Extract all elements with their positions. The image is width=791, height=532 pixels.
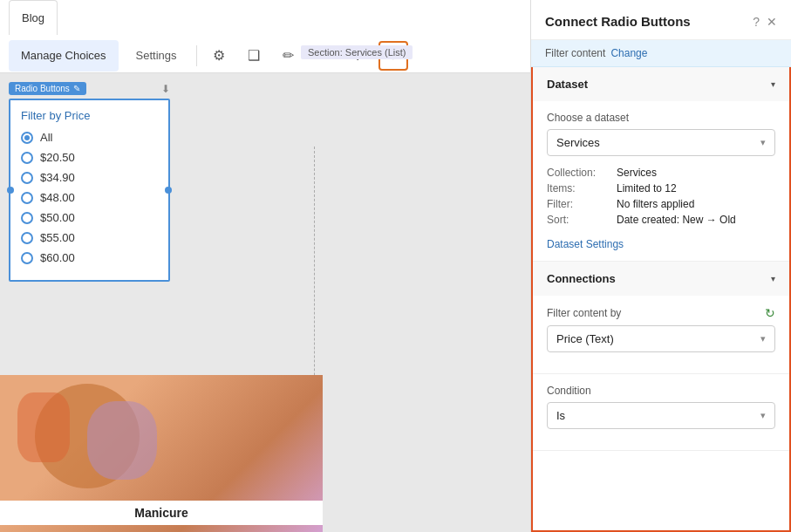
- radio-circle-6: [21, 252, 33, 264]
- condition-section: Condition Is ▾: [533, 374, 789, 451]
- settings-tab[interactable]: Settings: [124, 40, 189, 72]
- condition-dropdown[interactable]: Is ▾: [547, 402, 775, 429]
- dataset-dropdown-chevron-icon: ▾: [760, 137, 766, 148]
- radio-label-5: $55.00: [40, 231, 75, 244]
- radio-label-6: $60.00: [40, 251, 75, 264]
- radio-item-3[interactable]: $48.00: [21, 191, 158, 204]
- condition-label: Condition: [547, 385, 775, 397]
- condition-selected: Is: [556, 409, 565, 422]
- radio-circle-4: [21, 212, 33, 224]
- toolbar-divider-1: [196, 45, 197, 66]
- radio-item-4[interactable]: $50.00: [21, 211, 158, 224]
- sort-val: Date created: New → Old: [617, 214, 775, 226]
- radio-widget-label-bar: Radio Buttons ✎ ⬇: [9, 82, 170, 95]
- radio-circle-5: [21, 232, 33, 244]
- radio-widget-wrapper: Radio Buttons ✎ ⬇ Filter by Price All $2…: [9, 82, 170, 282]
- settings-label: Settings: [136, 49, 177, 62]
- radio-item-1[interactable]: $20.50: [21, 151, 158, 164]
- canvas-area: Blog Manage Choices Settings ⚙ ❑ ✏ ↩ ? ↺…: [0, 0, 530, 532]
- pen-icon: ✏: [283, 47, 294, 64]
- gear-button[interactable]: ⚙: [204, 41, 234, 71]
- dataset-selected-value: Services: [556, 136, 600, 149]
- radio-circle-3: [21, 192, 33, 204]
- collection-key: Collection:: [547, 167, 617, 179]
- section-label: Section: Services (List): [301, 45, 413, 59]
- connections-section-header[interactable]: Connections ▾: [533, 262, 789, 296]
- toolbar: Blog Manage Choices Settings ⚙ ❑ ✏ ↩ ? ↺…: [0, 0, 530, 73]
- radio-label-all: All: [40, 131, 52, 144]
- items-key: Items:: [547, 182, 617, 194]
- radio-badge: Radio Buttons ✎: [9, 82, 86, 95]
- filter-by-dropdown[interactable]: Price (Text) ▾: [547, 325, 775, 352]
- panel-header-icons: ? ✕: [753, 15, 777, 29]
- radio-circle-1: [21, 152, 33, 164]
- dataset-section-body: Choose a dataset Services ▾ Collection: …: [533, 101, 789, 261]
- radio-item-all[interactable]: All: [21, 131, 158, 144]
- layers-button[interactable]: ❑: [239, 41, 269, 71]
- choose-dataset-label: Choose a dataset: [547, 112, 775, 124]
- dataset-settings-link[interactable]: Dataset Settings: [547, 238, 624, 250]
- manage-choices-label: Manage Choices: [21, 49, 106, 62]
- refresh-connections-icon[interactable]: ↻: [765, 306, 775, 320]
- close-panel-icon[interactable]: ✕: [767, 15, 777, 29]
- blog-label: Blog: [22, 11, 44, 24]
- dataset-section-title: Dataset: [547, 78, 588, 91]
- filter-key: Filter:: [547, 198, 617, 210]
- radio-label-3: $48.00: [40, 191, 75, 204]
- filter-by-chevron-icon: ▾: [760, 333, 766, 344]
- filter-content-bar: Filter content Change: [531, 40, 791, 67]
- collection-val: Services: [617, 167, 775, 179]
- connections-chevron-icon: ▾: [771, 274, 775, 283]
- dataset-section-header[interactable]: Dataset ▾: [533, 67, 789, 101]
- connections-section: Connections ▾ Filter content by ↻ Price …: [533, 262, 789, 374]
- dataset-section: Dataset ▾ Choose a dataset Services ▾ Co…: [533, 67, 789, 262]
- resize-handle-right[interactable]: [165, 187, 172, 194]
- filter-title: Filter by Price: [21, 109, 158, 122]
- manicure-label: Manicure: [0, 501, 323, 525]
- radio-label-2: $34.90: [40, 171, 75, 184]
- dataset-info-grid: Collection: Services Items: Limited to 1…: [547, 167, 775, 226]
- canvas-content: Radio Buttons ✎ ⬇ Filter by Price All $2…: [0, 73, 530, 532]
- radio-circle-all: [21, 132, 33, 144]
- bottom-image-area: Manicure: [0, 375, 323, 532]
- radio-item-6[interactable]: $60.00: [21, 251, 158, 264]
- radio-item-2[interactable]: $34.90: [21, 171, 158, 184]
- connections-section-body: Filter content by ↻ Price (Text) ▾: [533, 296, 789, 373]
- layers-icon: ❑: [248, 47, 260, 64]
- condition-chevron-icon: ▾: [760, 410, 766, 421]
- badge-edit-icon[interactable]: ✎: [73, 84, 80, 93]
- radio-item-5[interactable]: $55.00: [21, 231, 158, 244]
- filter-content-label: Filter content: [545, 47, 605, 59]
- filter-content-by-label: Filter content by: [547, 307, 621, 319]
- items-val: Limited to 12: [617, 182, 775, 194]
- filter-by-selected: Price (Text): [556, 332, 614, 345]
- panel-title: Connect Radio Buttons: [545, 14, 691, 29]
- download-icon[interactable]: ⬇: [161, 83, 170, 95]
- radio-label-4: $50.00: [40, 211, 75, 224]
- gear-icon: ⚙: [213, 47, 225, 64]
- manage-choices-tab[interactable]: Manage Choices: [9, 40, 119, 72]
- resize-handle-left[interactable]: [7, 187, 14, 194]
- change-link[interactable]: Change: [610, 47, 647, 59]
- radio-widget-box: Filter by Price All $20.50 $34.90 $48.00: [9, 99, 170, 282]
- pen-button[interactable]: ✏: [274, 41, 303, 71]
- help-panel-icon[interactable]: ?: [753, 15, 760, 29]
- blog-tab[interactable]: Blog: [9, 0, 58, 35]
- filter-val: No filters applied: [617, 198, 775, 210]
- panel-body: Dataset ▾ Choose a dataset Services ▾ Co…: [531, 67, 791, 532]
- sort-key: Sort:: [547, 214, 617, 226]
- dataset-dropdown[interactable]: Services ▾: [547, 129, 775, 156]
- condition-section-body: Condition Is ▾: [533, 374, 789, 450]
- connections-section-title: Connections: [547, 272, 616, 285]
- panel-header: Connect Radio Buttons ? ✕: [531, 0, 791, 40]
- dataset-chevron-icon: ▾: [771, 79, 775, 89]
- right-panel: Connect Radio Buttons ? ✕ Filter content…: [530, 0, 791, 532]
- radio-label-1: $20.50: [40, 151, 75, 164]
- radio-circle-2: [21, 172, 33, 184]
